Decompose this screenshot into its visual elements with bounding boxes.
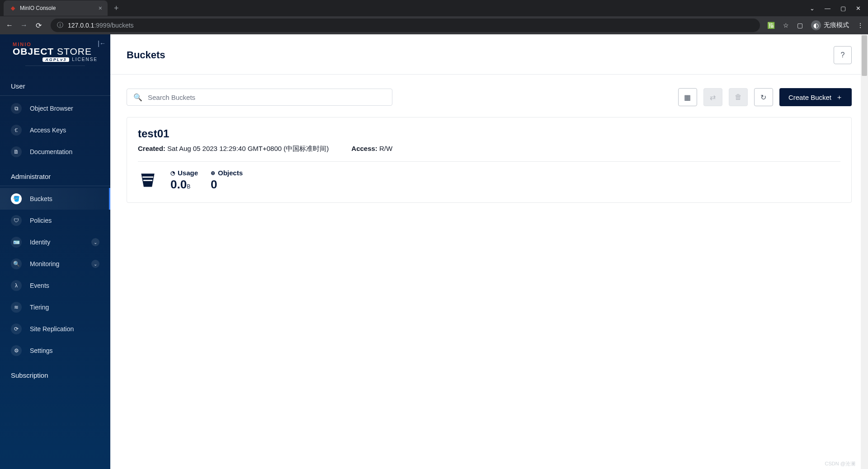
new-tab-icon[interactable]: + bbox=[114, 4, 119, 13]
url-host: 127.0.0.1 bbox=[68, 22, 94, 29]
documentation-icon: 🗎 bbox=[11, 146, 22, 157]
incognito-indicator[interactable]: ◐ 无痕模式 bbox=[811, 20, 849, 30]
nav-label: Buckets bbox=[30, 195, 52, 202]
url-path: :9999/buckets bbox=[94, 22, 133, 29]
lifecycle-button: ⇄ bbox=[703, 88, 722, 106]
create-bucket-label: Create Bucket bbox=[788, 94, 831, 101]
tab-bar: ◆ MinIO Console × + ⌄ — ▢ ✕ bbox=[0, 0, 868, 16]
events-icon: λ bbox=[11, 280, 22, 291]
url-actions: 🈯 ☆ ▢ ◐ 无痕模式 ⋮ bbox=[767, 20, 863, 30]
site-info-icon[interactable]: ⓘ bbox=[57, 21, 63, 29]
lifecycle-icon: ⇄ bbox=[710, 93, 716, 102]
logo: |← MINIO OBJECT STORE AGPLv3 LICENSE bbox=[0, 42, 110, 72]
objects-label: Objects bbox=[218, 169, 243, 177]
incognito-icon: ◐ bbox=[811, 20, 821, 30]
site-replication-icon: ⟳ bbox=[11, 324, 22, 334]
usage-unit: B bbox=[187, 183, 190, 190]
browser-tab[interactable]: ◆ MinIO Console × bbox=[4, 0, 108, 16]
sidebar-item-policies[interactable]: 🛡Policies bbox=[0, 210, 110, 231]
section-admin: Administrator bbox=[0, 163, 110, 186]
nav-label: Documentation bbox=[30, 148, 72, 155]
search-icon: 🔍 bbox=[133, 93, 142, 102]
sidebar-item-buckets[interactable]: 🪣Buckets bbox=[0, 188, 110, 210]
objects-stat: ⊕Objects 0 bbox=[211, 169, 243, 192]
window-controls: ⌄ — ▢ ✕ bbox=[810, 5, 868, 12]
section-subscription: Subscription bbox=[0, 361, 110, 389]
minimize-icon[interactable]: — bbox=[825, 5, 830, 12]
watermark: CSDN @沧澜 bbox=[825, 460, 855, 467]
sidebar-item-object-browser[interactable]: ⧉Object Browser bbox=[0, 98, 110, 119]
usage-icon: ◔ bbox=[170, 170, 175, 176]
close-window-icon[interactable]: ✕ bbox=[856, 5, 861, 12]
sidebar-item-events[interactable]: λEvents bbox=[0, 275, 110, 296]
back-icon[interactable]: ← bbox=[5, 21, 14, 29]
objects-value: 0 bbox=[211, 178, 243, 192]
tab-favicon-icon: ◆ bbox=[9, 5, 16, 12]
page-title: Buckets bbox=[127, 49, 165, 61]
toolbar: 🔍 ▦ ⇄ 🗑 ↻ Create Bucket ＋ bbox=[110, 75, 868, 106]
created-value: Sat Aug 05 2023 12:29:40 GMT+0800 (中国标准时… bbox=[167, 145, 329, 152]
panel-icon[interactable]: ▢ bbox=[797, 22, 803, 29]
browser-chrome: ◆ MinIO Console × + ⌄ — ▢ ✕ ← → ⟳ ⓘ 127.… bbox=[0, 0, 868, 34]
sidebar-item-monitoring[interactable]: 🔍Monitoring⌄ bbox=[0, 253, 110, 275]
usage-value: 0.0 bbox=[170, 178, 187, 191]
svg-rect-1 bbox=[143, 180, 152, 181]
url-bar-row: ← → ⟳ ⓘ 127.0.0.1:9999/buckets 🈯 ☆ ▢ ◐ 无… bbox=[0, 16, 868, 34]
reload-icon[interactable]: ⟳ bbox=[33, 21, 43, 30]
nav-label: Identity bbox=[30, 239, 50, 246]
access-value: R/W bbox=[379, 145, 392, 152]
nav-label: Settings bbox=[30, 347, 53, 354]
help-button[interactable]: ? bbox=[834, 46, 852, 64]
chevron-down-icon[interactable]: ⌄ bbox=[810, 5, 815, 12]
grid-view-button[interactable]: ▦ bbox=[678, 88, 697, 106]
search-input[interactable] bbox=[148, 94, 386, 101]
logo-main: OBJECT STORE bbox=[13, 46, 98, 57]
page-header: Buckets ? bbox=[110, 34, 868, 75]
search-box[interactable]: 🔍 bbox=[127, 89, 392, 106]
objects-icon: ⊕ bbox=[211, 170, 215, 176]
forward-icon: → bbox=[19, 21, 29, 29]
incognito-label: 无痕模式 bbox=[824, 21, 849, 29]
url-bar[interactable]: ⓘ 127.0.0.1:9999/buckets bbox=[51, 19, 760, 32]
policies-icon: 🛡 bbox=[11, 215, 22, 226]
nav-label: Object Browser bbox=[30, 105, 73, 112]
create-bucket-button[interactable]: Create Bucket ＋ bbox=[779, 88, 852, 106]
tab-close-icon[interactable]: × bbox=[99, 5, 102, 12]
maximize-icon[interactable]: ▢ bbox=[840, 5, 846, 12]
scrollbar[interactable] bbox=[861, 34, 868, 469]
kebab-menu-icon[interactable]: ⋮ bbox=[857, 22, 863, 29]
sidebar-item-site-replication[interactable]: ⟳Site Replication bbox=[0, 318, 110, 340]
bucket-icon bbox=[138, 169, 158, 191]
collapse-sidebar-icon[interactable]: |← bbox=[98, 40, 106, 47]
nav-label: Tiering bbox=[30, 304, 49, 311]
buckets-icon: 🪣 bbox=[11, 193, 22, 204]
nav-label: Monitoring bbox=[30, 260, 59, 267]
chevron-down-icon[interactable]: ⌄ bbox=[91, 260, 99, 268]
bucket-stats: ◔Usage 0.0B ⊕Objects 0 bbox=[138, 169, 840, 192]
chevron-down-icon[interactable]: ⌄ bbox=[91, 238, 99, 246]
refresh-button[interactable]: ↻ bbox=[754, 88, 773, 106]
sidebar-item-tiering[interactable]: ≋Tiering bbox=[0, 296, 110, 318]
main: Buckets ? 🔍 ▦ ⇄ 🗑 ↻ Create Bucket ＋ test… bbox=[110, 34, 868, 469]
access-keys-icon: 🝗 bbox=[11, 125, 22, 136]
help-icon: ? bbox=[841, 51, 845, 59]
svg-rect-0 bbox=[142, 177, 153, 178]
scrollbar-thumb[interactable] bbox=[862, 35, 867, 76]
app: |← MINIO OBJECT STORE AGPLv3 LICENSE Use… bbox=[0, 34, 868, 469]
translate-icon[interactable]: 🈯 bbox=[767, 22, 775, 29]
sidebar-item-settings[interactable]: ⚙Settings bbox=[0, 340, 110, 361]
delete-button: 🗑 bbox=[729, 88, 748, 106]
bucket-card[interactable]: test01 Created: Sat Aug 05 2023 12:29:40… bbox=[127, 117, 852, 203]
refresh-icon: ↻ bbox=[760, 93, 766, 102]
sidebar-item-identity[interactable]: 🪪Identity⌄ bbox=[0, 231, 110, 253]
sidebar-item-access-keys[interactable]: 🝗Access Keys bbox=[0, 119, 110, 141]
object-browser-icon: ⧉ bbox=[11, 103, 22, 114]
nav-label: Site Replication bbox=[30, 325, 74, 333]
grid-icon: ▦ bbox=[684, 93, 691, 102]
nav-label: Policies bbox=[30, 217, 52, 224]
sidebar-item-documentation[interactable]: 🗎Documentation bbox=[0, 141, 110, 163]
bucket-name: test01 bbox=[138, 127, 840, 140]
created-label: Created: bbox=[138, 145, 165, 152]
bookmark-icon[interactable]: ☆ bbox=[783, 22, 789, 29]
section-user: User bbox=[0, 72, 110, 96]
